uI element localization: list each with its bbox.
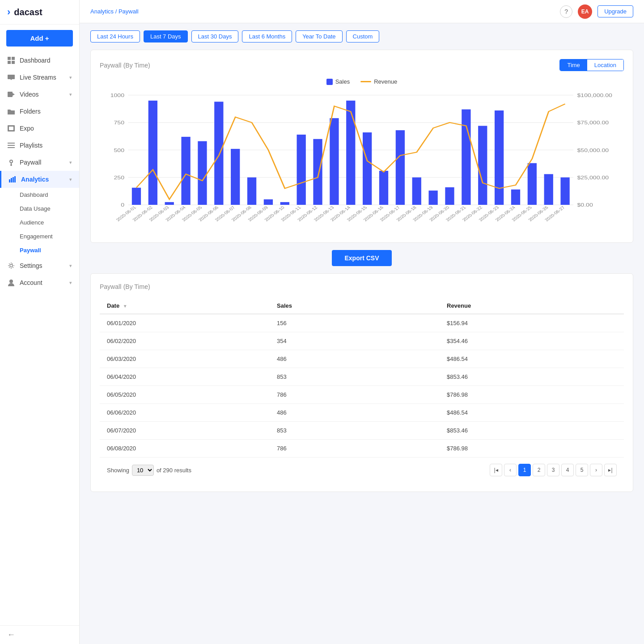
svg-rect-48 — [346, 101, 355, 205]
per-page-select[interactable]: 102550 — [132, 465, 154, 476]
chart-header: Paywall (By Time) Time Location — [100, 59, 624, 71]
sidebar-item-expo-label: Expo — [20, 125, 34, 132]
legend-sales-icon — [326, 79, 333, 85]
svg-text:1000: 1000 — [110, 93, 124, 98]
folders-icon — [7, 107, 15, 115]
cell-date: 06/03/2020 — [107, 356, 277, 362]
filter-6m[interactable]: Last 6 Months — [242, 30, 292, 42]
svg-rect-55 — [462, 110, 470, 205]
filter-24h[interactable]: Last 24 Hours — [90, 30, 140, 42]
analytics-sub-dashboard[interactable]: Dashboard — [20, 188, 79, 202]
legend-sales: Sales — [326, 78, 350, 85]
filter-custom[interactable]: Custom — [346, 30, 380, 42]
svg-rect-3 — [12, 61, 15, 64]
sidebar-item-dashboard-label: Dashboard — [20, 57, 51, 64]
page-3[interactable]: 3 — [547, 464, 559, 476]
svg-marker-5 — [10, 79, 12, 80]
sidebar-item-dashboard[interactable]: Dashboard — [0, 52, 79, 69]
svg-rect-56 — [478, 126, 487, 205]
svg-rect-17 — [14, 176, 16, 182]
sidebar-item-paywall[interactable]: Paywall ▾ — [0, 154, 79, 171]
filter-ytd[interactable]: Year To Date — [296, 30, 342, 42]
page-1[interactable]: 1 — [518, 464, 531, 476]
cell-date: 06/07/2020 — [107, 427, 277, 434]
sidebar-item-paywall-label: Paywall — [20, 159, 41, 166]
showing-label: Showing — [107, 467, 129, 474]
cell-sales: 354 — [277, 338, 447, 344]
sidebar-item-videos[interactable]: Videos ▾ — [0, 86, 79, 103]
svg-rect-44 — [280, 202, 289, 205]
pagination: Showing 102550 of 290 results |◂ ‹ 1 2 3… — [100, 457, 624, 483]
sidebar-item-account-label: Account — [20, 279, 42, 286]
page-prev[interactable]: ‹ — [504, 464, 517, 476]
export-csv-button[interactable]: Export CSV — [332, 250, 391, 266]
add-button[interactable]: Add + — [6, 30, 73, 47]
page-first[interactable]: |◂ — [490, 464, 502, 476]
svg-rect-1 — [12, 57, 15, 60]
page-5[interactable]: 5 — [576, 464, 588, 476]
svg-rect-40 — [214, 102, 223, 205]
svg-point-18 — [10, 264, 13, 267]
filter-7d[interactable]: Last 7 Days — [144, 30, 188, 42]
collapse-icon: ← — [7, 630, 15, 640]
svg-point-19 — [9, 280, 13, 283]
sidebar-item-folders-label: Folders — [20, 108, 41, 115]
sidebar-item-settings-label: Settings — [20, 262, 42, 269]
videos-icon — [7, 90, 15, 98]
cell-date: 06/06/2020 — [107, 409, 277, 416]
sidebar-item-analytics[interactable]: Analytics ▾ — [0, 171, 79, 188]
svg-point-13 — [10, 160, 13, 163]
page-next[interactable]: › — [590, 464, 602, 476]
sidebar-item-playlists[interactable]: Playlists — [0, 137, 79, 154]
cell-sales: 156 — [277, 320, 447, 326]
table-title: Paywall (By Time) — [100, 283, 150, 291]
upgrade-button[interactable]: Upgrade — [597, 5, 633, 17]
analytics-sub-nav: Dashboard Data Usage Audience Engagement… — [0, 188, 79, 257]
page-4[interactable]: 4 — [561, 464, 574, 476]
cell-sales: 486 — [277, 356, 447, 362]
analytics-sub-engagement[interactable]: Engagement — [20, 229, 79, 243]
breadcrumb-sep: / — [115, 8, 119, 15]
analytics-sub-audience[interactable]: Audience — [20, 216, 79, 229]
page-last[interactable]: ▸| — [604, 464, 617, 476]
pager: |◂ ‹ 1 2 3 4 5 › ▸| — [490, 464, 617, 476]
svg-text:$0.00: $0.00 — [577, 203, 593, 208]
svg-rect-47 — [330, 118, 339, 205]
chart-area: 1000$100,000.00750$75,000.00500$50,000.0… — [100, 90, 624, 233]
sidebar-item-expo[interactable]: Expo — [0, 120, 79, 137]
svg-rect-10 — [8, 143, 15, 144]
topbar: Analytics / Paywall ? EA Upgrade — [80, 0, 644, 23]
sidebar-item-playlists-label: Playlists — [20, 142, 42, 149]
svg-rect-37 — [165, 202, 174, 205]
sidebar-item-folders[interactable]: Folders — [0, 103, 79, 120]
svg-rect-45 — [297, 135, 306, 205]
sidebar-item-settings[interactable]: Settings ▾ — [0, 257, 79, 274]
cell-date: 06/04/2020 — [107, 373, 277, 380]
col-date[interactable]: Date ▼ — [107, 302, 277, 309]
live-streams-icon — [7, 73, 15, 81]
sidebar-item-live-streams[interactable]: Live Streams ▾ — [0, 69, 79, 86]
cell-revenue: $853.46 — [447, 373, 617, 380]
legend-revenue: Revenue — [360, 78, 397, 85]
view-time-button[interactable]: Time — [560, 59, 587, 71]
analytics-sub-data-usage[interactable]: Data Usage — [20, 202, 79, 216]
cell-sales: 853 — [277, 373, 447, 380]
svg-text:0: 0 — [121, 203, 124, 208]
svg-rect-42 — [247, 178, 256, 205]
svg-text:750: 750 — [114, 120, 125, 126]
svg-marker-7 — [13, 93, 15, 96]
help-button[interactable]: ? — [560, 5, 572, 18]
view-location-button[interactable]: Location — [587, 59, 623, 71]
cell-date: 06/01/2020 — [107, 320, 277, 326]
table-body: 06/01/2020 156 $156.94 06/02/2020 354 $3… — [100, 314, 624, 457]
svg-rect-2 — [8, 61, 11, 64]
svg-rect-54 — [445, 187, 454, 205]
cell-revenue: $354.46 — [447, 338, 617, 344]
table-row: 06/04/2020 853 $853.46 — [100, 368, 624, 386]
filter-30d[interactable]: Last 30 Days — [191, 30, 239, 42]
analytics-sub-paywall[interactable]: Paywall — [20, 243, 79, 257]
sidebar-collapse-button[interactable]: ← — [0, 625, 79, 644]
page-2[interactable]: 2 — [533, 464, 545, 476]
sidebar-item-account[interactable]: Account ▾ — [0, 274, 79, 291]
svg-rect-15 — [11, 178, 12, 182]
